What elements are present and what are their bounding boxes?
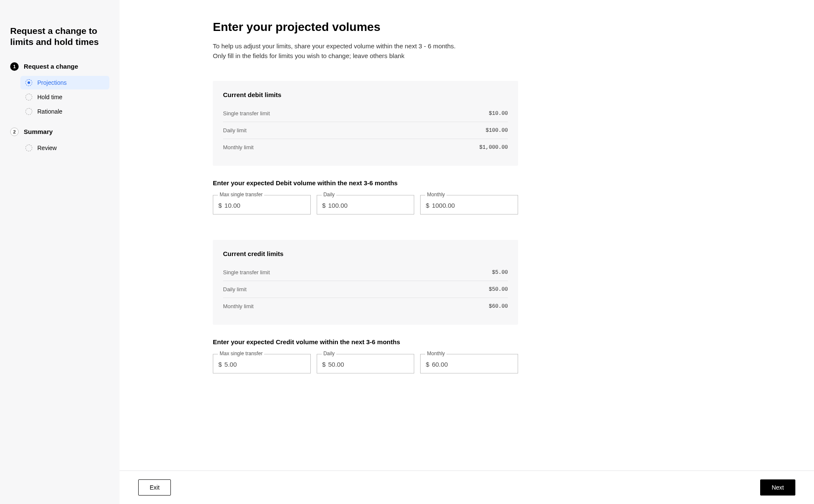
card-title: Current credit limits <box>223 250 508 257</box>
page-description: To help us adjust your limits, share you… <box>213 42 518 61</box>
credit-monthly-input[interactable] <box>432 361 513 368</box>
debit-input-section-label: Enter your expected Debit volume within … <box>213 179 518 187</box>
page-heading: Enter your projected volumes <box>213 20 518 34</box>
limit-label: Daily limit <box>223 127 247 134</box>
card-title: Current debit limits <box>223 91 508 98</box>
input-label: Monthly <box>425 351 446 356</box>
limit-label: Monthly limit <box>223 144 254 150</box>
input-label: Max single transfer <box>218 351 264 356</box>
sidebar-item-label: Hold time <box>37 94 62 100</box>
credit-monthly-field: Monthly $ <box>420 354 518 373</box>
nav-step-header-1[interactable]: 1 Request a change <box>10 60 109 73</box>
currency-prefix: $ <box>322 202 326 209</box>
currency-prefix: $ <box>322 361 326 368</box>
currency-prefix: $ <box>218 202 222 209</box>
progress-dot-icon <box>25 145 32 151</box>
footer: Exit Next <box>120 471 814 504</box>
sidebar-item-review[interactable]: Review <box>20 141 109 155</box>
limit-value: $100.00 <box>485 128 508 134</box>
limit-row-daily: Daily limit $50.00 <box>223 281 508 298</box>
input-label: Daily <box>322 192 337 198</box>
currency-prefix: $ <box>426 361 429 368</box>
debit-max-single-field: Max single transfer $ <box>213 195 311 214</box>
sidebar-item-projections[interactable]: Projections <box>20 76 109 89</box>
limit-value: $10.00 <box>489 111 508 117</box>
sidebar-item-label: Review <box>37 145 57 151</box>
nav-step-1: 1 Request a change Projections Hold time… <box>10 60 109 118</box>
sidebar-item-hold-time[interactable]: Hold time <box>20 90 109 104</box>
limit-value: $50.00 <box>489 287 508 292</box>
input-label: Daily <box>322 351 337 356</box>
credit-max-single-input[interactable] <box>224 361 305 368</box>
exit-button[interactable]: Exit <box>138 479 171 496</box>
credit-input-row: Max single transfer $ Daily $ <box>213 354 518 373</box>
progress-dot-icon <box>25 108 32 115</box>
limit-value: $5.00 <box>492 270 508 276</box>
credit-daily-input[interactable] <box>328 361 409 368</box>
credit-daily-field: Daily $ <box>317 354 415 373</box>
limit-label: Single transfer limit <box>223 269 270 276</box>
sidebar-item-rationale[interactable]: Rationale <box>20 105 109 118</box>
limit-row-single: Single transfer limit $5.00 <box>223 264 508 281</box>
debit-limits-card: Current debit limits Single transfer lim… <box>213 81 518 166</box>
sidebar-title: Request a change to limits and hold time… <box>10 25 109 48</box>
currency-prefix: $ <box>218 361 222 368</box>
debit-max-single-input[interactable] <box>224 202 305 209</box>
nav-step-2: 2 Summary Review <box>10 125 109 155</box>
nav-step-header-2[interactable]: 2 Summary <box>10 125 109 139</box>
input-label: Monthly <box>425 192 446 198</box>
sidebar-item-label: Rationale <box>37 108 62 115</box>
limit-label: Daily limit <box>223 286 247 292</box>
progress-dot-icon <box>25 79 32 86</box>
sidebar: Request a change to limits and hold time… <box>0 0 120 504</box>
debit-monthly-field: Monthly $ <box>420 195 518 214</box>
limit-value: $60.00 <box>489 304 508 309</box>
input-label: Max single transfer <box>218 192 264 198</box>
debit-daily-input[interactable] <box>328 202 409 209</box>
limit-row-single: Single transfer limit $10.00 <box>223 105 508 122</box>
currency-prefix: $ <box>426 202 429 209</box>
limit-value: $1,000.00 <box>479 145 508 150</box>
debit-daily-field: Daily $ <box>317 195 415 214</box>
limit-row-monthly: Monthly limit $1,000.00 <box>223 139 508 156</box>
limit-row-daily: Daily limit $100.00 <box>223 122 508 139</box>
sidebar-item-label: Projections <box>37 79 67 86</box>
step-number-icon: 1 <box>10 62 19 71</box>
debit-input-row: Max single transfer $ Daily $ <box>213 195 518 214</box>
progress-dot-icon <box>25 94 32 100</box>
limit-row-monthly: Monthly limit $60.00 <box>223 298 508 315</box>
step-number-icon: 2 <box>10 128 19 136</box>
credit-limits-card: Current credit limits Single transfer li… <box>213 240 518 325</box>
step-title: Request a change <box>24 63 78 70</box>
limit-label: Monthly limit <box>223 303 254 309</box>
limit-label: Single transfer limit <box>223 110 270 117</box>
next-button[interactable]: Next <box>760 479 795 496</box>
main-scroll[interactable]: Enter your projected volumes To help us … <box>120 0 814 471</box>
main: Enter your projected volumes To help us … <box>120 0 814 504</box>
step-title: Summary <box>24 128 53 135</box>
credit-max-single-field: Max single transfer $ <box>213 354 311 373</box>
credit-input-section-label: Enter your expected Credit volume within… <box>213 338 518 345</box>
debit-monthly-input[interactable] <box>432 202 513 209</box>
